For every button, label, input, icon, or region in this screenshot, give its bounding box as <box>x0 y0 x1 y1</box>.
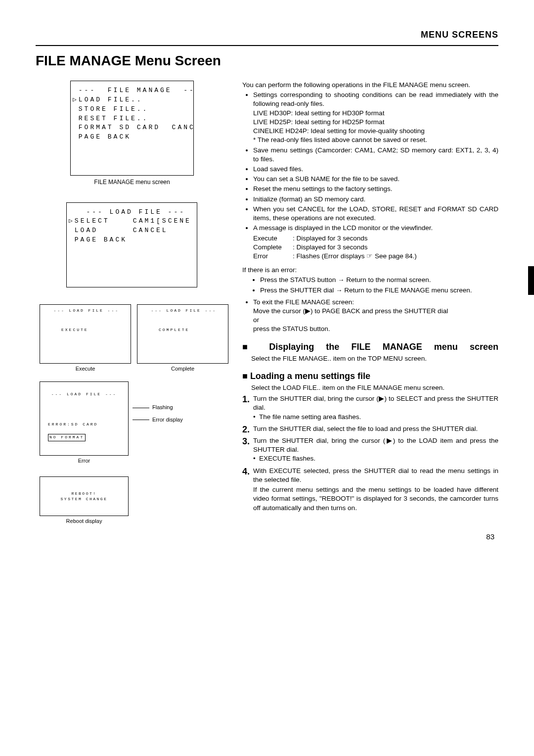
error-screen: --- LOAD FILE --- ERROR:SD CARD NO FORMA… <box>40 381 129 456</box>
error-intro: If there is an error: <box>242 266 498 275</box>
exit-or: or <box>253 316 498 325</box>
step-2: 2. Turn the SHUTTER dial, select the fil… <box>242 425 498 433</box>
error-title: --- LOAD FILE --- <box>43 391 125 398</box>
execute-screen: --- LOAD FILE --- EXECUTE <box>40 304 131 364</box>
msg-error-label: Error <box>253 252 293 261</box>
step-1: 1. Turn the SHUTTER dial, bring the curs… <box>242 394 498 422</box>
header-rule <box>36 45 498 46</box>
page-title: FILE MANAGE Menu Screen <box>36 53 498 69</box>
page-number: 83 <box>486 532 494 541</box>
error-shutter: Press the SHUTTER dial → Return to the F… <box>260 286 498 295</box>
step-4: 4. With EXECUTE selected, press the SHUT… <box>242 467 498 513</box>
intro-text: You can perform the following operations… <box>242 81 498 90</box>
display-body: Select the FILE MANAGE.. item on the TOP… <box>242 354 498 363</box>
error-status: Press the STATUS button → Return to the … <box>260 276 498 284</box>
complete-screen: --- LOAD FILE --- COMPLETE <box>137 304 228 364</box>
execute-caption: Execute <box>40 366 131 372</box>
annot-error-display: Error display <box>152 417 183 423</box>
error-boxed: NO FORMAT <box>48 434 86 441</box>
reboot-line1: REBOOT! <box>71 491 96 496</box>
bullet-message: A message is displayed in the LCD monito… <box>253 224 498 261</box>
file-manage-screen: --- FILE MANAGE --- ▷LOAD FILE.. STORE F… <box>70 81 194 176</box>
msg-error-val: : Flashes (Error displays ☞ See page 84.… <box>293 252 417 261</box>
bullet-save: Save menu settings (Camcorder: CAM1, CAM… <box>253 146 498 164</box>
section-header: MENU SCREENS <box>36 30 498 40</box>
exit-line2: press the STATUS button. <box>253 325 498 333</box>
msg-execute-label: Execute <box>253 234 293 243</box>
load-body: Select the LOAD FILE.. item on the FILE … <box>242 383 498 392</box>
reboot-screen: REBOOT! SYSTEM CHANGE <box>40 476 129 516</box>
reboot-caption: Reboot display <box>40 518 129 524</box>
exit-intro: To exit the FILE MANAGE screen: Move the… <box>253 298 498 334</box>
annot-flashing: Flashing <box>152 404 173 410</box>
error-annotations: Flashing Error display <box>129 381 183 425</box>
text-column: You can perform the following operations… <box>242 81 498 541</box>
complete-caption: Complete <box>137 366 228 372</box>
bullet-note: * The read-only files listed above canno… <box>253 136 498 144</box>
bullet-subname: You can set a SUB NAME for the file to b… <box>253 175 498 184</box>
step-4-body: If the current menu settings and the men… <box>253 485 498 513</box>
section-tab <box>528 266 534 295</box>
error-caption: Error <box>40 458 129 464</box>
bullet-cancel: When you set CANCEL for the LOAD, STORE,… <box>253 205 498 223</box>
error-line1: ERROR:SD CARD <box>48 422 125 428</box>
exit-line1: Move the cursor (▶) to PAGE BACK and pre… <box>253 307 498 316</box>
step-1-sub: The file name setting area flashes. <box>253 413 498 422</box>
bullet-settings: Settings corresponding to shooting condi… <box>253 91 498 144</box>
bullet-hd25p: LIVE HD25P: Ideal setting for HD25P form… <box>253 118 498 127</box>
bullet-reset: Reset the menu settings to the factory s… <box>253 185 498 193</box>
bullet-cinelike: CINELIKE HD24P: Ideal setting for movie-… <box>253 127 498 136</box>
msg-complete-val: : Displayed for 3 seconds <box>293 243 368 252</box>
file-manage-caption: FILE MANAGE menu screen <box>70 179 194 186</box>
bullet-format: Initialize (format) an SD memory card. <box>253 195 498 204</box>
heading-load: Loading a menu settings file <box>242 371 498 381</box>
bullet-hd30p: LIVE HD30P: Ideal setting for HD30P form… <box>253 109 498 118</box>
msg-execute-val: : Displayed for 3 seconds <box>293 234 368 243</box>
msg-complete-label: Complete <box>253 243 293 252</box>
step-3: 3. Turn the SHUTTER dial, bring the curs… <box>242 436 498 464</box>
load-file-screen: --- LOAD FILE --- ▷SELECT CAM1[SCENE ] L… <box>66 202 197 288</box>
reboot-line2: SYSTEM CHANGE <box>61 496 108 502</box>
bullet-load: Load saved files. <box>253 165 498 174</box>
heading-display: Displaying the FILE MANAGE menu screen <box>242 342 498 352</box>
step-3-sub: EXECUTE flashes. <box>253 454 498 463</box>
figures-column: --- FILE MANAGE --- ▷LOAD FILE.. STORE F… <box>36 81 228 541</box>
